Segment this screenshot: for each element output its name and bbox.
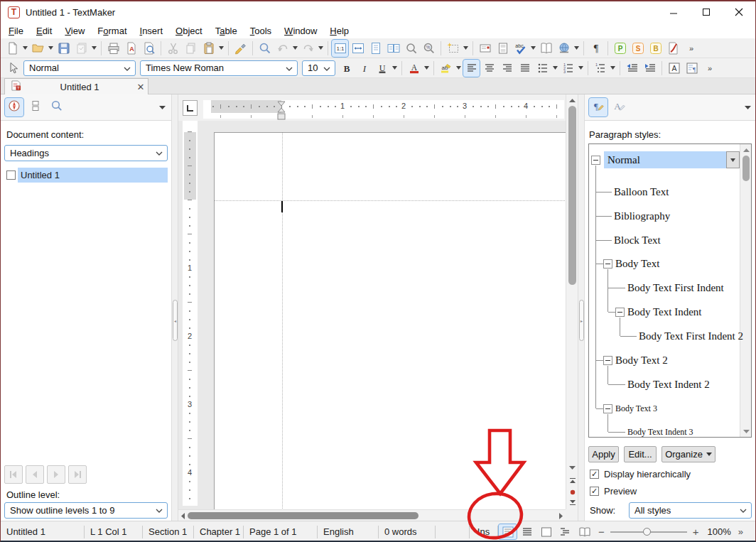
tree-scroll-thumb[interactable] bbox=[742, 156, 750, 181]
badge-b-button[interactable]: B bbox=[647, 40, 664, 57]
align-right-button[interactable] bbox=[499, 60, 515, 77]
status-untitled-1[interactable]: Untitled 1 bbox=[1, 526, 85, 538]
horizontal-scroll-thumb[interactable] bbox=[188, 512, 418, 519]
menu-tools[interactable]: Tools bbox=[244, 24, 278, 38]
display-hierarchically-checkbox[interactable]: ✓Display hierarchically bbox=[590, 469, 691, 479]
thesaurus-button[interactable] bbox=[538, 40, 554, 57]
open-dropdown-button[interactable] bbox=[47, 40, 55, 57]
overflow-button[interactable]: » bbox=[701, 60, 718, 77]
menu-table[interactable]: Table bbox=[209, 24, 244, 38]
content-type-select[interactable]: Headings bbox=[4, 145, 168, 161]
zoom-page-width-button[interactable] bbox=[350, 40, 366, 57]
scroll-right-icon[interactable] bbox=[556, 510, 566, 521]
right-splitter[interactable]: ▸ bbox=[578, 94, 585, 521]
font-color-dropdown-button[interactable] bbox=[423, 60, 431, 77]
save-all-button[interactable] bbox=[73, 40, 90, 57]
search-button[interactable] bbox=[48, 98, 66, 116]
underline-button[interactable]: U bbox=[374, 60, 390, 77]
outline-numbering-button[interactable]: 1 bbox=[592, 60, 608, 77]
new-document-dropdown-button[interactable] bbox=[21, 40, 29, 57]
save-button[interactable] bbox=[55, 40, 72, 57]
paragraph-styles-tree[interactable]: NormalBalloon TextBibliographyBlock Text… bbox=[588, 143, 752, 438]
navigation-tab-button[interactable] bbox=[5, 98, 23, 116]
style-item-balloon-text[interactable]: Balloon Text bbox=[614, 185, 669, 199]
sv-justify-button[interactable] bbox=[518, 524, 536, 539]
style-item-block-text[interactable]: Block Text bbox=[614, 233, 661, 247]
paste-button[interactable] bbox=[200, 40, 217, 57]
badge-s-button[interactable]: S bbox=[630, 40, 646, 57]
indent-decrease-button[interactable] bbox=[624, 60, 640, 77]
scroll-down-icon[interactable] bbox=[566, 462, 578, 473]
open-button[interactable] bbox=[30, 40, 46, 57]
menu-window[interactable]: Window bbox=[278, 24, 323, 38]
para-dialog-button[interactable]: ¶ bbox=[684, 60, 700, 77]
indent-increase-button[interactable] bbox=[642, 60, 658, 77]
mail-merge-button[interactable] bbox=[477, 40, 493, 57]
status-section-1[interactable]: Section 1 bbox=[143, 526, 194, 538]
expander-body-text-2[interactable] bbox=[603, 356, 612, 365]
style-item-bibliography[interactable]: Bibliography bbox=[614, 209, 670, 223]
page[interactable] bbox=[214, 132, 566, 509]
status-page-1-of-1[interactable]: Page 1 of 1 bbox=[244, 526, 318, 538]
expander-normal[interactable] bbox=[591, 156, 600, 165]
zoom-out-button[interactable]: − bbox=[598, 526, 605, 538]
status-overflow-button[interactable]: » bbox=[738, 526, 743, 537]
undo-dropdown-button[interactable] bbox=[291, 40, 299, 57]
style-item-body-text-first-indent-2[interactable]: Body Text First Indent 2 bbox=[639, 329, 743, 343]
sv-book-button[interactable] bbox=[576, 524, 593, 539]
insert-frame-dropdown-button[interactable] bbox=[462, 40, 470, 57]
zoom-full-page-button[interactable] bbox=[367, 40, 384, 57]
zoom-percent-button[interactable]: % bbox=[421, 40, 437, 57]
menu-view[interactable]: View bbox=[58, 24, 91, 38]
zoom-slider-thumb[interactable] bbox=[643, 528, 651, 536]
menu-help[interactable]: Help bbox=[323, 24, 355, 38]
status-english[interactable]: English bbox=[318, 526, 379, 538]
collapse-right-panel-handle[interactable]: ▸ bbox=[579, 300, 584, 341]
font-select[interactable]: Times New Roman bbox=[140, 60, 298, 76]
bullets-dropdown-button[interactable] bbox=[551, 60, 559, 77]
tree-scroll-up-icon[interactable] bbox=[740, 145, 752, 156]
spellcheck-button[interactable]: abc bbox=[512, 40, 529, 57]
size-select[interactable]: 10 bbox=[302, 60, 335, 76]
zoom-slider[interactable] bbox=[610, 531, 687, 533]
script-button[interactable] bbox=[665, 40, 681, 57]
last-heading-button[interactable] bbox=[68, 465, 87, 484]
expander-body-text-indent[interactable] bbox=[615, 308, 625, 317]
previous-heading-button[interactable] bbox=[26, 465, 44, 484]
tree-scroll-down-icon[interactable] bbox=[740, 426, 752, 437]
vertical-ruler[interactable]: 1234 bbox=[183, 121, 198, 506]
status-l-1-col-1[interactable]: L 1 Col 1 bbox=[85, 526, 143, 538]
pointer-button[interactable] bbox=[4, 60, 21, 77]
italic-button[interactable]: I bbox=[356, 60, 372, 77]
bullets-button[interactable] bbox=[534, 60, 551, 77]
undo-button[interactable] bbox=[274, 40, 291, 57]
highlight-dropdown-button[interactable] bbox=[455, 60, 463, 77]
next-page-button[interactable] bbox=[566, 497, 578, 508]
status-0-words[interactable]: 0 words bbox=[379, 526, 436, 538]
panels-button[interactable] bbox=[26, 98, 45, 116]
style-item-body-text-2[interactable]: Body Text 2 bbox=[615, 353, 668, 367]
horizontal-ruler[interactable]: 1234 bbox=[203, 100, 564, 119]
zoom-two-pages-button[interactable] bbox=[385, 40, 401, 57]
status-chapter-1[interactable]: Chapter 1 bbox=[194, 526, 244, 538]
status-empty[interactable] bbox=[436, 526, 470, 538]
format-paintbrush-button[interactable] bbox=[232, 40, 249, 57]
insert-frame-button[interactable] bbox=[445, 40, 461, 57]
vertical-scroll-thumb[interactable] bbox=[568, 106, 576, 285]
research-button[interactable] bbox=[556, 40, 572, 57]
outline-level-select[interactable]: Show outline levels 1 to 9 bbox=[4, 502, 168, 519]
first-heading-button[interactable] bbox=[4, 465, 23, 484]
justify-button[interactable] bbox=[517, 60, 533, 77]
search-button[interactable] bbox=[256, 40, 273, 57]
collapse-left-panel-handle[interactable]: ◂ bbox=[173, 300, 178, 341]
redo-dropdown-button[interactable] bbox=[317, 40, 325, 57]
left-splitter[interactable]: ◂ bbox=[171, 94, 178, 521]
style-item-body-text-first-indent[interactable]: Body Text First Indent bbox=[627, 281, 724, 295]
character-styles-tab-button[interactable]: A bbox=[610, 98, 629, 116]
browse-object-button[interactable] bbox=[566, 487, 578, 497]
font-color-button[interactable]: A bbox=[406, 60, 422, 77]
style-item-normal[interactable]: Normal bbox=[608, 151, 640, 168]
sv-normal-button[interactable] bbox=[499, 524, 517, 539]
pilcrow-button[interactable]: ¶ bbox=[588, 40, 604, 57]
tab-type-selector[interactable] bbox=[183, 100, 198, 116]
